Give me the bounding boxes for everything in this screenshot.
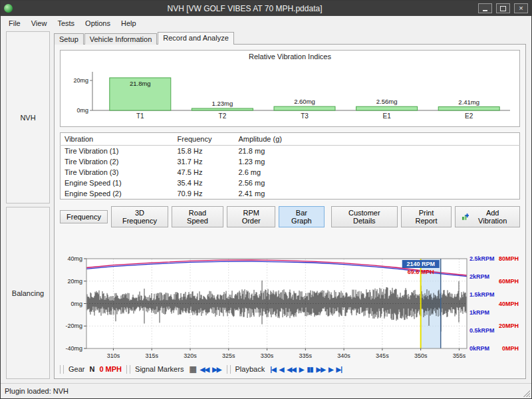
sidebar-item-nvh[interactable]: NVH (6, 31, 50, 203)
svg-text:2.60mg: 2.60mg (294, 98, 315, 105)
col-header-amplitude[interactable]: Amplitude (g) (235, 133, 520, 146)
svg-text:335s: 335s (299, 352, 313, 359)
mph-readout: 69.6 MPH (408, 269, 434, 275)
menubar: File View Tests Options Help (1, 16, 531, 30)
menu-file[interactable]: File (3, 18, 26, 29)
sidebar-item-balancing[interactable]: Balancing (6, 207, 50, 379)
table-header-row: Vibration Frequency Amplitude (g) (61, 133, 520, 146)
drag-grip[interactable] (60, 365, 64, 374)
table-cell: Tire Vibration (3) (61, 167, 174, 178)
tab-vehicle-information[interactable]: Vehicle Information (84, 33, 158, 45)
sidebar: NVH Balancing (6, 31, 50, 379)
col-header-frequency[interactable]: Frequency (174, 133, 235, 146)
svg-text:1.23mg: 1.23mg (212, 100, 233, 107)
main-area: NVH Balancing Setup Vehicle Information … (1, 30, 531, 383)
svg-text:0mg: 0mg (70, 301, 82, 307)
menu-tests[interactable]: Tests (52, 18, 80, 29)
table-cell: 2.6 mg (235, 167, 520, 178)
gear-value: N (89, 365, 94, 373)
table-cell: Engine Speed (2) (61, 188, 174, 200)
markers-next-icon[interactable]: ▶▶ (211, 366, 221, 373)
table-row[interactable]: Tire Vibration (3)47.5 Hz2.6 mg (61, 167, 520, 178)
marker-icons: ▦◀◀▶▶ (188, 364, 221, 374)
tab-strip: Setup Vehicle Information Record and Ana… (54, 31, 526, 44)
svg-text:315s: 315s (145, 352, 158, 359)
close-button[interactable]: × (514, 3, 528, 13)
svg-text:330s: 330s (261, 352, 274, 359)
col-header-vibration[interactable]: Vibration (61, 133, 174, 146)
table-cell: 21.8 mg (235, 146, 520, 157)
minimize-icon (483, 10, 487, 11)
bar-E2[interactable] (438, 107, 499, 110)
frequency-button[interactable]: Frequency (60, 210, 108, 223)
svg-text:20MPH: 20MPH (499, 323, 519, 329)
menu-help[interactable]: Help (116, 18, 142, 29)
table-row[interactable]: Tire Vibration (1)15.8 Hz21.8 mg (61, 146, 520, 157)
skip-end-icon[interactable]: ▶| (336, 366, 343, 373)
table-cell: 47.5 Hz (174, 167, 235, 178)
table-cell: 15.8 Hz (174, 146, 235, 157)
drag-grip[interactable] (227, 365, 231, 374)
resize-grip[interactable] (522, 389, 530, 397)
bar-chart-title: Relative Vibration Indices (61, 51, 519, 61)
tab-setup[interactable]: Setup (54, 33, 84, 45)
statusbar: Plugin loaded: NVH (1, 383, 531, 398)
svg-text:80MPH: 80MPH (499, 255, 519, 262)
gear-label: Gear (68, 365, 84, 373)
table-row[interactable]: Engine Speed (1)35.4 Hz2.56 mg (61, 178, 520, 188)
step-forward-icon[interactable]: ▶ (328, 366, 334, 373)
svg-text:2kRPM: 2kRPM (469, 273, 489, 280)
svg-text:40MPH: 40MPH (499, 301, 519, 307)
print-report-button[interactable]: Print Report (401, 206, 452, 227)
bar-T2[interactable] (192, 108, 253, 110)
rewind-icon[interactable]: ◀◀ (286, 366, 296, 373)
tab-record-and-analyze[interactable]: Record and Analyze (158, 32, 233, 45)
svg-text:-40mg: -40mg (65, 345, 82, 352)
bar-E1[interactable] (356, 106, 418, 110)
content-area: Setup Vehicle Information Record and Ana… (54, 31, 526, 379)
svg-text:1.5kRPM: 1.5kRPM (469, 291, 495, 298)
svg-text:20mg: 20mg (67, 278, 82, 285)
table-cell: 31.7 Hz (174, 156, 235, 167)
table-cell: 35.4 Hz (174, 178, 235, 188)
road-speed-button[interactable]: Road Speed (172, 206, 223, 227)
play-icon[interactable]: ▶ (299, 366, 305, 373)
waveform-chart-svg[interactable]: 40mg20mg0mg-20mg-40mg2.5kRPM2kRPM1.5kRPM… (60, 255, 520, 360)
app-window: NVH [VW GOLF VIBES AT 70 MPH.pddata] × F… (0, 0, 532, 399)
svg-text:60MPH: 60MPH (499, 278, 519, 285)
svg-text:20mg: 20mg (73, 77, 88, 84)
step-back-icon[interactable]: ◀ (279, 366, 285, 373)
customer-details-button[interactable]: Customer Details (331, 206, 398, 227)
status-text: Plugin loaded: NVH (5, 387, 68, 395)
svg-text:325s: 325s (222, 352, 235, 359)
markers-prev-icon[interactable]: ◀◀ (200, 366, 209, 373)
add-vibration-button[interactable]: Add Vibration (455, 206, 520, 227)
svg-text:21.8mg: 21.8mg (130, 80, 151, 87)
skip-start-icon[interactable]: |◀ (269, 366, 277, 373)
rpm-readout: 2140 RPM (406, 261, 435, 267)
speed-readout: 0 MPH (99, 365, 122, 373)
bar-graph-button[interactable]: Bar Graph (279, 206, 324, 227)
sidebar-item-label: Balancing (12, 289, 44, 297)
bar-T3[interactable] (274, 106, 335, 110)
table-row[interactable]: Tire Vibration (2)31.7 Hz1.23 mg (61, 156, 520, 167)
table-row[interactable]: Engine Speed (2)70.9 Hz2.41 mg (61, 188, 520, 200)
maximize-icon (500, 6, 506, 11)
rpm-order-button[interactable]: RPM Order (227, 206, 275, 227)
window-title: NVH [VW GOLF VIBES AT 70 MPH.pddata] (15, 4, 474, 13)
svg-text:2.5kRPM: 2.5kRPM (469, 255, 495, 262)
maximize-button[interactable] (496, 3, 510, 13)
pause-icon[interactable]: ▮▮ (306, 366, 313, 373)
menu-options[interactable]: Options (80, 18, 116, 29)
menu-view[interactable]: View (26, 18, 53, 29)
drag-grip[interactable] (126, 365, 130, 374)
3d-frequency-button[interactable]: 3D Frequency (111, 206, 168, 227)
svg-text:340s: 340s (337, 352, 350, 359)
svg-text:0kRPM: 0kRPM (469, 345, 489, 352)
svg-text:0MPH: 0MPH (502, 345, 519, 352)
marker-grid-icon[interactable]: ▦ (188, 364, 197, 374)
minimize-button[interactable] (478, 3, 492, 13)
playback-label: Playback (235, 365, 265, 373)
fast-forward-icon[interactable]: ▶▶ (315, 366, 325, 373)
table-cell: Engine Speed (1) (61, 178, 174, 188)
